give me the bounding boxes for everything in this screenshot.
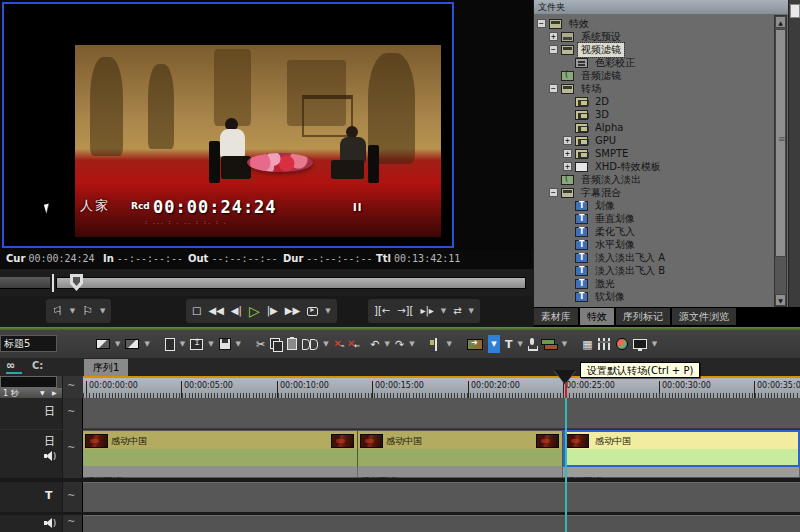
tree-item-laser[interactable]: 激光 — [534, 277, 774, 290]
ripple-delete-icon[interactable]: ✕← — [347, 339, 355, 349]
tree-item-title-mixer[interactable]: −字幕混合 — [534, 186, 774, 199]
create-title-icon[interactable]: T — [505, 339, 513, 350]
patch-icon[interactable]: ~ — [67, 380, 75, 391]
voiceover-mic-icon[interactable] — [528, 338, 536, 351]
undo-icon[interactable]: ↶ — [370, 339, 379, 350]
clip-audio-part[interactable]: 感动中国 — [358, 449, 563, 466]
tree-item-3d[interactable]: 3D — [534, 108, 774, 121]
audio-mixer-icon[interactable] — [598, 338, 611, 350]
rewind-button[interactable]: ◀◀ — [208, 306, 223, 316]
multicam-icon[interactable] — [541, 338, 557, 350]
tree-item-2d[interactable]: 2D — [534, 95, 774, 108]
tree-item-xhd-templates[interactable]: +XHD-特效模板 — [534, 160, 774, 173]
timescale-expand-icon[interactable]: ▶ — [52, 389, 57, 396]
patch-icon[interactable]: ~ — [67, 516, 75, 527]
play-around-dropdown-icon[interactable]: ▼ — [441, 307, 446, 315]
clip-gandong-china-2[interactable]: 感动中国 感动中国 — [358, 430, 563, 478]
tree-item-alpha[interactable]: Alpha — [534, 121, 774, 134]
patch-icon[interactable]: ~ — [67, 490, 75, 501]
grid-view-icon[interactable]: ▦ — [582, 339, 592, 350]
scroll-down-icon[interactable]: ▼ — [775, 294, 786, 306]
new-sequence-icon[interactable] — [165, 338, 175, 351]
color-correction-icon[interactable] — [616, 338, 628, 350]
video-track-1-empty[interactable] — [83, 398, 800, 429]
delete-icon[interactable]: ✕⌁ — [334, 339, 342, 349]
loop-play-button[interactable] — [307, 307, 318, 316]
dropdown-icon[interactable]: ▼ — [323, 340, 328, 348]
tree-item-audio-filters[interactable]: 音频滤镜 — [534, 69, 774, 82]
clip-video-part[interactable]: 感动中国 — [83, 431, 358, 449]
redo-icon[interactable]: ↷ — [395, 339, 404, 350]
tree-item-soft-wipe[interactable]: 软划像 — [534, 290, 774, 303]
copy-icon[interactable] — [270, 338, 282, 350]
dropdown-icon[interactable]: ▼ — [562, 340, 567, 348]
sync-mode-icon[interactable]: ∞ — [6, 359, 15, 372]
dropdown-icon[interactable]: ▼ — [208, 340, 213, 348]
expand-icon[interactable]: + — [563, 162, 572, 171]
out-point-dropdown-icon[interactable]: ▼ — [100, 307, 105, 315]
expand-icon[interactable]: + — [549, 32, 558, 41]
scrubber-track[interactable] — [56, 277, 526, 289]
tab-sequence-marks[interactable]: 序列标记 — [616, 308, 670, 325]
import-export-icon[interactable] — [190, 339, 203, 350]
tree-item-horizontal-wipe[interactable]: 水平划像 — [534, 238, 774, 251]
shuttle-button[interactable]: ⇄ — [453, 306, 461, 316]
tab-effects[interactable]: 特效 — [580, 308, 614, 325]
tree-item-fade-fly-a[interactable]: 淡入淡出飞入 A — [534, 251, 774, 264]
set-in-point-button[interactable]: ⚐ — [52, 305, 63, 317]
dropdown-icon[interactable]: ▼ — [385, 340, 390, 348]
collapse-icon[interactable]: − — [549, 45, 558, 54]
tree-item-color-correction[interactable]: 色彩校正 — [534, 56, 774, 69]
dropdown-icon[interactable]: ▼ — [447, 340, 452, 348]
add-cut-point-icon[interactable] — [430, 338, 442, 351]
expand-icon[interactable]: + — [563, 136, 572, 145]
dropdown-icon[interactable]: ▼ — [180, 340, 185, 348]
patch-icon[interactable]: ~ — [67, 406, 75, 417]
clip-audio-part[interactable]: 感动中国 — [83, 449, 358, 466]
goto-in-button[interactable]: ][← — [374, 306, 390, 316]
dropdown-icon[interactable]: ▼ — [236, 340, 241, 348]
tree-item-system-presets[interactable]: +系统预设 — [534, 30, 774, 43]
scrollbar-thumb[interactable] — [775, 29, 786, 257]
patch-icon[interactable]: ~ — [67, 442, 75, 453]
timescale-dropdown-icon[interactable]: ▼ — [40, 389, 45, 396]
play-around-button[interactable]: ▸|▸ — [420, 306, 433, 316]
clip-gandong-china-3-selected[interactable]: 感动中国 感动中国 — [563, 430, 800, 478]
collapse-icon[interactable]: − — [549, 188, 558, 197]
loop-dropdown-icon[interactable]: ▼ — [325, 307, 330, 315]
tree-item-audio-fade[interactable]: 音频淡入淡出 — [534, 173, 774, 186]
tree-item-smpte[interactable]: +SMPTE — [534, 147, 774, 160]
dropdown-icon[interactable]: ▼ — [144, 340, 149, 348]
play-button[interactable]: ▷ — [249, 304, 260, 318]
tab-asset-bin[interactable]: 素材库 — [534, 308, 578, 325]
collapsed-pane-item[interactable] — [790, 4, 800, 18]
ripple-mode-icon[interactable]: C: — [32, 360, 43, 371]
timescale-selector[interactable]: 1 秒▼▶ — [0, 388, 62, 398]
tree-item-vertical-wipe[interactable]: 垂直划像 — [534, 212, 774, 225]
expand-icon[interactable]: + — [563, 149, 572, 158]
tree-item-wipe[interactable]: 划像 — [534, 199, 774, 212]
tab-source-browser[interactable]: 源文件浏览 — [672, 308, 736, 325]
fast-forward-button[interactable]: ▶▶ — [285, 306, 300, 316]
paste-icon[interactable] — [287, 338, 297, 350]
monitor-mode-icon[interactable] — [633, 339, 647, 349]
default-transition-dropdown-highlighted[interactable]: ▼ — [488, 335, 500, 353]
audio-track-empty[interactable] — [83, 515, 800, 532]
clip-gandong-china-1[interactable]: 感动中国 感动中国 — [83, 430, 358, 478]
tree-scrollbar[interactable]: ▲ ▼ — [774, 15, 787, 307]
scroll-up-icon[interactable]: ▲ — [775, 16, 786, 28]
track-filter-input[interactable] — [0, 376, 57, 388]
in-point-dropdown-icon[interactable]: ▼ — [70, 307, 75, 315]
goto-out-button[interactable]: →][ — [397, 306, 413, 316]
title-track-empty[interactable] — [83, 482, 800, 512]
collapse-icon[interactable]: − — [549, 84, 558, 93]
collapse-icon[interactable]: − — [537, 19, 546, 28]
dropdown-icon[interactable]: ▼ — [652, 340, 657, 348]
cut-icon[interactable]: ✂ — [256, 339, 265, 350]
stop-button[interactable]: □ — [192, 306, 201, 316]
insert-mode-icon[interactable] — [125, 339, 139, 349]
dropdown-icon[interactable]: ▼ — [517, 340, 522, 348]
dropdown-icon[interactable]: ▼ — [409, 340, 414, 348]
replace-clip-icon[interactable] — [302, 339, 318, 350]
tree-item-soft-fly-in[interactable]: 柔化飞入 — [534, 225, 774, 238]
